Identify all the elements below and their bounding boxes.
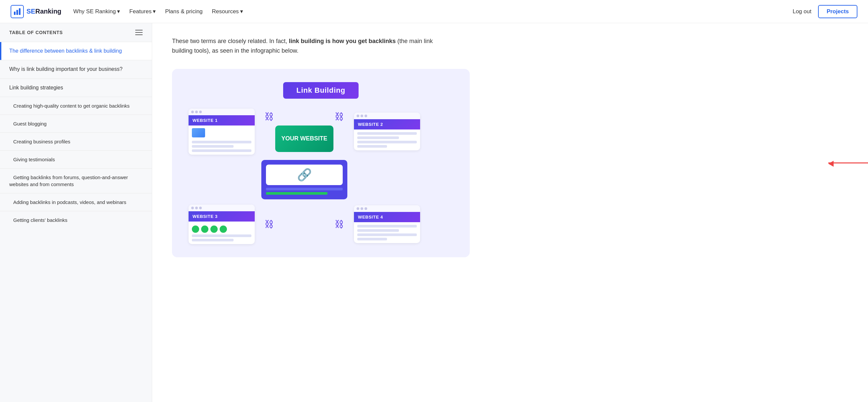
chevron-down-icon: ▾ <box>117 8 120 15</box>
link-symbol-box: 🔗 <box>266 165 343 185</box>
website2-header: WEBSITE 2 <box>354 119 420 130</box>
intro-bold: link building is how you get backlinks <box>289 38 396 45</box>
website3-header: WEBSITE 3 <box>189 211 255 222</box>
toc-sub-testimonials: Giving testimonials <box>9 156 55 162</box>
card2-block1 <box>357 132 417 135</box>
main-content: These two terms are closely related. In … <box>152 23 868 402</box>
circle4 <box>220 226 227 233</box>
center-top: ⛓ ⛓ YOUR WEBSITE <box>261 111 347 152</box>
hamburger-icon[interactable] <box>135 30 143 35</box>
card1-block2 <box>192 145 234 148</box>
nav-item-features[interactable]: Features ▾ <box>129 8 156 15</box>
toc-title: TABLE OF CONTENTS <box>9 30 63 35</box>
card4-block1 <box>357 225 417 228</box>
logo-se-text: SE <box>27 8 35 15</box>
nav-plans-label: Plans & pricing <box>165 8 203 15</box>
sidebar: TABLE OF CONTENTS The difference between… <box>0 23 152 402</box>
toc-item-high-quality[interactable]: Creating high-quality content to get org… <box>0 97 152 115</box>
nav-item-plans[interactable]: Plans & pricing <box>165 8 203 15</box>
website-card-2: WEBSITE 2 <box>354 113 420 150</box>
card1-block1 <box>192 141 251 143</box>
link-line2 <box>266 192 328 195</box>
svg-rect-0 <box>14 11 16 15</box>
nav-why-label: Why SE Ranking <box>73 8 116 15</box>
card1-block3 <box>192 149 251 152</box>
toc-text-why-important: Why is link building important for your … <box>9 66 122 72</box>
card2-body <box>354 130 420 150</box>
center-link-card: 🔗 <box>261 160 347 199</box>
center-bottom-chains: ⛓ ⛓ <box>261 219 347 230</box>
chevron-down-icon: ▾ <box>153 8 156 15</box>
toc-list: The difference between backlinks & link … <box>0 42 152 229</box>
toc-item-strategies[interactable]: Link building strategies <box>0 79 152 97</box>
toc-sub-clients: Getting clients' backlinks <box>9 217 67 223</box>
toc-item-clients[interactable]: Getting clients' backlinks <box>0 211 152 229</box>
your-website-card: YOUR WEBSITE <box>275 125 333 152</box>
card4-block3 <box>357 233 417 236</box>
card4-block2 <box>357 229 399 232</box>
chain-left-icon: ⛓ <box>265 111 274 122</box>
chain-bottom-right-icon: ⛓ <box>335 219 344 230</box>
toc-item-business-profiles[interactable]: Creating business profiles <box>0 133 152 150</box>
toc-item-podcasts[interactable]: Adding backlinks in podcasts, videos, an… <box>0 193 152 211</box>
toc-item-guest-blogging[interactable]: Guest blogging <box>0 115 152 133</box>
circle1 <box>192 226 199 233</box>
toc-text-strategies: Link building strategies <box>9 85 63 90</box>
red-arrow-container <box>828 163 868 164</box>
card3-block2 <box>192 239 234 241</box>
toc-item-testimonials[interactable]: Giving testimonials <box>0 150 152 168</box>
card1-thumb <box>192 128 205 137</box>
toc-link-backlinks[interactable]: The difference between backlinks & link … <box>9 48 122 54</box>
intro-text-1: These two terms are closely related. In … <box>172 38 289 45</box>
page-layout: TABLE OF CONTENTS The difference between… <box>0 23 868 402</box>
card2-block3 <box>357 141 417 143</box>
circle3 <box>210 226 218 233</box>
card1-body <box>189 125 255 155</box>
center-link-lines <box>266 188 343 195</box>
website4-header: WEBSITE 4 <box>354 212 420 222</box>
card3-dots <box>189 205 255 211</box>
card1-dots <box>189 109 255 115</box>
website-card-1: WEBSITE 1 <box>189 109 255 155</box>
card2-dots <box>354 113 420 119</box>
logout-button[interactable]: Log out <box>793 8 811 15</box>
infographic-container: Link Building WEBSITE 1 <box>172 69 848 257</box>
nav-right: Log out Projects <box>793 5 858 18</box>
toc-item-forums[interactable]: Getting backlinks from forums, question-… <box>0 168 152 193</box>
toc-item-backlinks[interactable]: The difference between backlinks & link … <box>0 42 152 60</box>
infographic-title: Link Building <box>283 82 359 99</box>
website1-header: WEBSITE 1 <box>189 115 255 125</box>
your-website-label: YOUR WEBSITE <box>281 135 327 142</box>
chain-bottom-left-icon: ⛓ <box>265 219 274 230</box>
infographic: Link Building WEBSITE 1 <box>172 69 470 257</box>
nav-item-why[interactable]: Why SE Ranking ▾ <box>73 8 120 15</box>
toc-sub-business-profiles: Creating business profiles <box>9 139 70 144</box>
nav-items: Why SE Ranking ▾ Features ▾ Plans & pric… <box>73 8 243 15</box>
intro-paragraph: These two terms are closely related. In … <box>172 36 437 56</box>
toc-header: TABLE OF CONTENTS <box>0 23 152 42</box>
toc-sub-podcasts: Adding backlinks in podcasts, videos, an… <box>9 199 126 205</box>
nav-resources-label: Resources <box>212 8 239 15</box>
toc-sub-guest-blogging: Guest blogging <box>9 121 46 126</box>
toc-item-why-important[interactable]: Why is link building important for your … <box>0 60 152 78</box>
card4-block4 <box>357 238 387 240</box>
red-arrow-icon <box>828 163 868 164</box>
card4-dots <box>354 205 420 212</box>
website-card-3: WEBSITE 3 <box>189 205 255 244</box>
link-symbol-icon: 🔗 <box>297 168 312 182</box>
svg-rect-2 <box>19 8 21 15</box>
card3-body <box>189 222 255 244</box>
logo-ranking-text: Ranking <box>35 8 62 15</box>
card2-block4 <box>357 145 387 148</box>
navbar: SERanking Why SE Ranking ▾ Features ▾ Pl… <box>0 0 868 23</box>
chain-right-icon: ⛓ <box>335 111 344 122</box>
nav-item-resources[interactable]: Resources ▾ <box>212 8 243 15</box>
svg-rect-1 <box>17 10 18 15</box>
card2-block2 <box>357 137 399 139</box>
logo[interactable]: SERanking <box>10 5 62 18</box>
nav-features-label: Features <box>129 8 152 15</box>
nav-left: SERanking Why SE Ranking ▾ Features ▾ Pl… <box>10 5 243 18</box>
projects-button[interactable]: Projects <box>818 5 858 18</box>
toc-sub-forums: Getting backlinks from forums, question-… <box>9 174 128 187</box>
card3-block1 <box>192 234 251 237</box>
